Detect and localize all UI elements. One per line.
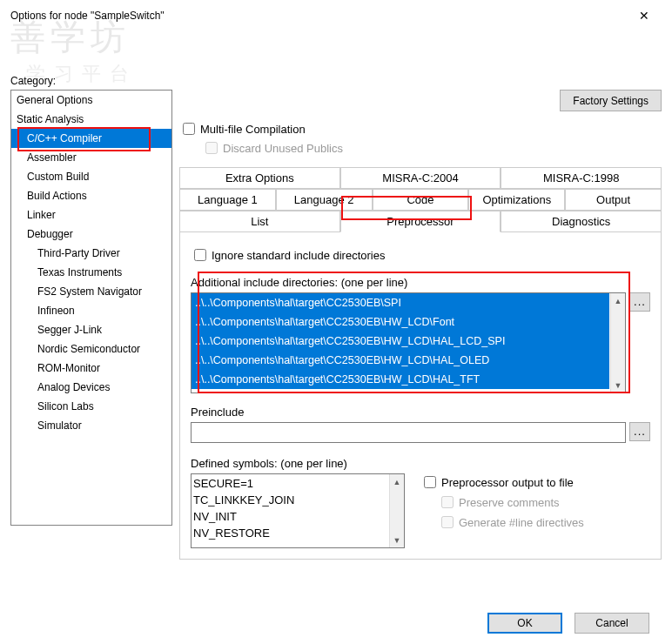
include-dir-line[interactable]: ..\..\Components\hal\target\CC2530EB\HW_… — [192, 332, 609, 351]
scroll-up-icon[interactable]: ▲ — [390, 474, 404, 489]
scroll-up-icon[interactable]: ▲ — [611, 293, 625, 308]
factory-settings-button[interactable]: Factory Settings — [560, 90, 662, 111]
include-dir-line[interactable]: ..\..\Components\hal\target\CC2530EB\HW_… — [192, 351, 609, 370]
defined-scrollbar[interactable]: ▲ ▼ — [389, 474, 404, 547]
include-dir-line[interactable]: ..\..\Components\hal\target\CC2530EB\HW_… — [192, 312, 609, 332]
tab[interactable]: Output — [565, 189, 662, 210]
ignore-std-include-checkbox[interactable] — [194, 249, 206, 261]
tree-item[interactable]: Nordic Semiconductor — [11, 339, 171, 359]
tree-item[interactable]: ROM-Monitor — [11, 359, 171, 378]
tree-item[interactable]: Infineon — [11, 301, 171, 320]
multi-file-label: Multi-file Compilation — [200, 123, 306, 136]
close-button[interactable]: ✕ — [627, 5, 662, 26]
tab[interactable]: MISRA-C:1998 — [501, 167, 662, 188]
preserve-comments-checkbox — [441, 496, 454, 508]
defined-symbol-line[interactable]: NV_INIT — [193, 508, 402, 525]
include-directories-box[interactable]: ..\..\Components\hal\target\CC2530EB\SPI… — [191, 292, 626, 393]
include-dir-line[interactable]: ..\..\Components\hal\target\CC2530EB\HW_… — [192, 370, 609, 389]
tree-item[interactable]: Assembler — [11, 148, 171, 167]
multi-file-checkbox[interactable] — [183, 123, 195, 135]
preinclude-input[interactable] — [191, 422, 626, 443]
tree-item[interactable]: Debugger — [11, 225, 171, 244]
defined-symbols-label: Defined symbols: (one per line) — [191, 457, 650, 470]
tab[interactable]: Language 2 — [276, 189, 373, 210]
tree-item[interactable]: Third-Party Driver — [11, 244, 171, 263]
discard-unused-checkbox — [205, 142, 218, 154]
tab[interactable]: Diagnostics — [501, 211, 662, 231]
cancel-button[interactable]: Cancel — [575, 613, 649, 634]
tab[interactable]: List — [179, 211, 340, 231]
pp-output-checkbox[interactable] — [424, 476, 436, 488]
discard-unused-label: Discard Unused Publics — [223, 142, 343, 155]
additional-include-label: Additional include directories: (one per… — [191, 276, 650, 289]
tree-item[interactable]: Texas Instruments — [11, 263, 171, 282]
preserve-comments-label: Preserve comments — [459, 496, 560, 509]
tree-item[interactable]: Static Analysis — [11, 110, 171, 129]
defined-symbols-box[interactable]: SECURE=1TC_LINKKEY_JOINNV_INITNV_RESTORE… — [191, 473, 405, 548]
tree-item[interactable]: Linker — [11, 205, 171, 225]
tree-item[interactable]: Build Actions — [11, 186, 171, 205]
generate-line-label: Generate #line directives — [459, 516, 584, 529]
tree-item[interactable]: Silicon Labs — [11, 397, 171, 416]
tab[interactable]: Code — [373, 189, 469, 210]
scroll-down-icon[interactable]: ▼ — [390, 533, 404, 547]
ok-button[interactable]: OK — [487, 613, 562, 634]
tab[interactable]: Optimizations — [468, 189, 565, 210]
include-dir-line[interactable]: ..\..\Components\hal\target\CC2530EB\SPI — [192, 293, 609, 312]
tab-body-preprocessor: Ignore standard include directories Addi… — [179, 232, 662, 560]
generate-line-checkbox — [441, 516, 454, 528]
defined-symbol-line[interactable]: NV_RESTORE — [193, 525, 402, 541]
category-label: Category: — [10, 75, 662, 87]
window-title: Options for node "SampleSwitch" — [10, 10, 165, 22]
tree-item[interactable]: Custom Build — [11, 167, 171, 186]
tab[interactable]: Extra Options — [179, 167, 340, 188]
include-browse-button[interactable]: ... — [629, 292, 650, 312]
defined-symbol-line[interactable]: SECURE=1 — [193, 475, 402, 492]
tree-item[interactable]: General Options — [11, 91, 171, 110]
tree-item[interactable]: Segger J-Link — [11, 320, 171, 339]
titlebar: Options for node "SampleSwitch" ✕ — [0, 0, 672, 26]
tree-item[interactable]: FS2 System Navigator — [11, 282, 171, 301]
pp-output-label: Preprocessor output to file — [441, 476, 574, 489]
tree-item[interactable]: Simulator — [11, 416, 171, 435]
preinclude-browse-button[interactable]: ... — [629, 422, 650, 441]
tree-item[interactable]: C/C++ Compiler — [11, 129, 171, 148]
category-tree[interactable]: General OptionsStatic AnalysisC/C++ Comp… — [10, 90, 172, 526]
defined-symbol-line[interactable]: TC_LINKKEY_JOIN — [193, 492, 402, 508]
scroll-down-icon[interactable]: ▼ — [611, 378, 625, 392]
ignore-std-include-label: Ignore standard include directories — [212, 249, 385, 262]
include-dirs-scrollbar[interactable]: ▲ ▼ — [610, 293, 625, 392]
tab[interactable]: Preprocessor — [340, 211, 501, 232]
tree-item[interactable]: Analog Devices — [11, 378, 171, 397]
preinclude-label: Preinclude — [191, 406, 650, 419]
tab[interactable]: Language 1 — [179, 189, 276, 210]
tab[interactable]: MISRA-C:2004 — [340, 167, 501, 188]
